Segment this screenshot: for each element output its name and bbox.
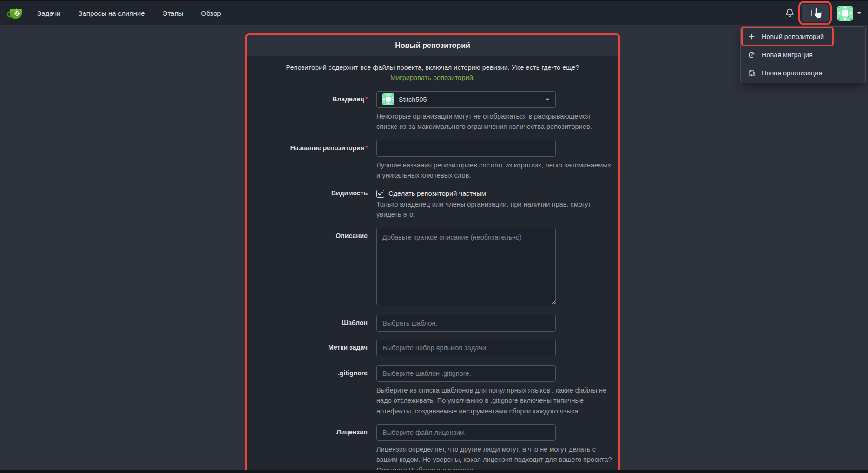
issue-labels-label: Метки задач <box>247 340 368 351</box>
required-marker: * <box>365 95 368 102</box>
menu-item-label: Новая миграция <box>762 51 813 59</box>
menu-item-new-migration[interactable]: Новая миграция <box>741 46 865 64</box>
nav-item-pull-requests[interactable]: Запросы на слияние <box>78 9 145 17</box>
template-label: Шаблон <box>247 315 368 326</box>
user-menu-button[interactable] <box>837 6 861 21</box>
template-input[interactable] <box>376 315 556 332</box>
license-label: Лицензия <box>247 424 368 436</box>
migration-icon <box>748 51 756 59</box>
owner-avatar-identicon <box>382 93 394 105</box>
repo-name-input[interactable] <box>376 140 556 157</box>
create-new-button[interactable] <box>802 4 829 22</box>
visibility-help-text: Только владелец или члены организации, п… <box>376 199 612 220</box>
gitignore-label: .gitignore <box>247 365 368 377</box>
plus-icon <box>748 33 756 40</box>
notifications-button[interactable] <box>784 7 796 19</box>
description-label: Описание <box>247 228 368 240</box>
chevron-down-icon <box>546 98 550 101</box>
private-checkbox[interactable] <box>376 190 384 198</box>
menu-item-new-repository[interactable]: Новый репозиторий <box>742 27 833 46</box>
chevron-down-icon <box>857 12 861 15</box>
field-license: Лицензия Лицензия определяет, что другие… <box>247 424 618 471</box>
section-divider <box>253 358 612 358</box>
navbar-right <box>784 4 861 22</box>
field-owner: Владелец* <box>247 91 618 132</box>
intro-text: Репозиторий содержит все файлы проекта, … <box>286 64 579 71</box>
owner-selected-value: Stitch505 <box>399 96 427 103</box>
navbar: b Задачи Запросы на слияние Этапы Обзор <box>0 1 868 25</box>
migrate-repository-link[interactable]: Мигрировать репозиторий. <box>390 74 475 81</box>
owner-label: Владелец* <box>247 91 368 103</box>
form-intro: Репозиторий содержит все файлы проекта, … <box>247 56 618 87</box>
visibility-label: Видимость <box>247 189 368 197</box>
window-bottom-edge <box>0 470 868 473</box>
field-description: Описание <box>247 228 618 307</box>
menu-item-label: Новый репозиторий <box>762 33 824 40</box>
nav-item-issues[interactable]: Задачи <box>37 9 60 17</box>
form-fields: Владелец* <box>247 87 618 471</box>
menu-item-label: Новая организация <box>762 69 822 77</box>
page-title: Новый репозиторий <box>395 41 470 50</box>
field-issue-labels: Метки задач <box>247 340 618 356</box>
owner-help-text: Некоторые организации могут не отображат… <box>376 111 612 132</box>
organization-icon <box>748 69 756 77</box>
field-gitignore: .gitignore Выберите из списка шаблонов д… <box>247 365 618 416</box>
hand-cursor-icon <box>813 7 823 20</box>
gitignore-input[interactable] <box>376 365 556 382</box>
owner-select[interactable]: Stitch505 <box>376 91 556 108</box>
license-input[interactable] <box>376 424 556 441</box>
repo-name-label: Название репозитория* <box>247 140 368 152</box>
nav-item-milestones[interactable]: Этапы <box>163 9 184 17</box>
field-visibility: Видимость Сделать репозиторий частным То… <box>247 189 618 220</box>
gitignore-help-text: Выберите из списка шаблонов для популярн… <box>376 385 612 416</box>
description-textarea[interactable] <box>376 228 556 305</box>
license-help-text: Лицензия определяет, что другие люди мог… <box>376 444 612 471</box>
required-marker: * <box>365 144 368 151</box>
primary-nav: Задачи Запросы на слияние Этапы Обзор <box>37 9 221 17</box>
bell-icon <box>785 8 795 18</box>
nav-item-explore[interactable]: Обзор <box>201 9 221 17</box>
issue-labels-input[interactable] <box>376 340 556 356</box>
menu-item-new-organization[interactable]: Новая организация <box>741 64 865 82</box>
new-repository-form: Новый репозиторий Репозиторий содержит в… <box>247 35 618 471</box>
gitea-logo-icon[interactable]: b <box>7 5 23 21</box>
private-checkbox-label[interactable]: Сделать репозиторий частным <box>388 190 486 197</box>
form-header: Новый репозиторий <box>247 35 618 56</box>
check-icon <box>378 192 383 196</box>
repo-name-help-text: Лучшие названия репозиториев состоят из … <box>376 160 612 181</box>
field-repo-name: Название репозитория* Лучшие названия ре… <box>247 140 618 181</box>
user-avatar-identicon <box>837 6 853 21</box>
create-new-dropdown-menu: Новый репозиторий Новая миграция Новая о… <box>740 26 866 83</box>
field-template: Шаблон <box>247 315 618 332</box>
